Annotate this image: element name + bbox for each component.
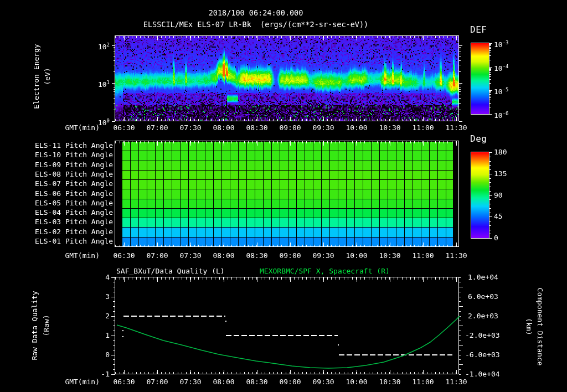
time-tick-label: 11:00: [412, 252, 434, 260]
spectrogram-ylabel-units: (eV): [44, 68, 51, 85]
quality-tick-label: 1: [105, 332, 110, 339]
time-tick-label: 08:30: [246, 252, 267, 260]
time-tick-label: 10:00: [346, 124, 367, 132]
energy-tick-label: 100: [98, 117, 110, 127]
quality-tick-label: -1: [101, 370, 110, 378]
quality-tick-label: 4: [105, 274, 110, 281]
bottom-title-right: MEXORBMC/SPF X, Spacecraft (R): [260, 267, 390, 275]
time-tick-label: 06:30: [113, 378, 135, 386]
pitch-row-label: ELS-11 Pitch Angle: [35, 142, 113, 149]
distance-tick-label: -1.0e+04: [465, 370, 500, 378]
time-tick-label: 07:00: [146, 378, 168, 386]
time-tick-label: 08:00: [213, 124, 234, 132]
pitch-row-label: ELS-01 Pitch Angle: [35, 238, 113, 245]
distance-tick-label: 6.0e+03: [468, 293, 498, 301]
pitch-row-label: ELS-10 Pitch Angle: [35, 151, 113, 159]
deg-colorbar-title: Deg: [470, 134, 487, 143]
time-tick-label: 06:30: [113, 124, 135, 132]
time-tick-label: 09:00: [279, 252, 301, 260]
deg-colorbar-tick-label: 180: [494, 148, 507, 156]
time-tick-label: 10:00: [346, 252, 367, 260]
time-tick-label: 09:30: [312, 252, 334, 260]
distance-tick-label: 2.0e+03: [468, 312, 498, 320]
pitch-row-label: ELS-09 Pitch Angle: [35, 161, 113, 169]
energy-tick-label: 101: [98, 79, 110, 89]
pitch-row-label: ELS-06 Pitch Angle: [35, 190, 113, 198]
pitch-row-label: ELS-08 Pitch Angle: [35, 171, 113, 178]
plot-title-instrument: ELSSCIL/MEx ELS-07 LR-Bk (ergs/(cm**2-sr…: [143, 20, 368, 29]
deg-colorbar-tick-label: 135: [494, 170, 507, 178]
deg-colorbar-tick-label: 90: [494, 192, 503, 199]
time-tick-label: 07:00: [146, 124, 168, 132]
gmt-axis-label: GMT(min): [65, 124, 100, 132]
pitch-row-label: ELS-02 Pitch Angle: [35, 228, 113, 236]
bottom-title-left: SAF_BXuT/Data Quality (L): [116, 267, 225, 275]
time-tick-label: 09:00: [279, 124, 301, 132]
bottom-ylabel-left-units: (Raw): [43, 314, 50, 336]
time-tick-label: 06:30: [113, 252, 135, 260]
time-tick-label: 11:00: [412, 124, 434, 132]
spectrogram-ylabel: Electron Energy: [33, 44, 40, 109]
time-tick-label: 09:30: [312, 378, 334, 386]
energy-tick-label: 102: [98, 41, 110, 51]
time-tick-label: 11:30: [445, 252, 467, 260]
plot-title-datetime: 2018/100 06:24:00.000: [209, 9, 303, 17]
def-colorbar-tick-label: 10-5: [494, 86, 509, 96]
bottom-ylabel-right: Component Distance: [536, 288, 544, 366]
time-tick-label: 07:00: [146, 252, 168, 260]
def-colorbar-tick-label: 10-6: [494, 110, 509, 120]
pitch-row-label: ELS-07 Pitch Angle: [35, 180, 113, 188]
time-tick-label: 11:30: [445, 378, 467, 386]
deg-colorbar-tick-label: 0: [494, 234, 498, 242]
pitch-row-label: ELS-04 Pitch Angle: [35, 209, 113, 216]
pitch-row-label: ELS-03 Pitch Angle: [35, 218, 113, 226]
gmt-axis-label: GMT(min): [65, 378, 100, 386]
time-tick-label: 11:30: [445, 124, 467, 132]
pitch-row-label: ELS-05 Pitch Angle: [35, 199, 113, 207]
distance-tick-label: -6.0e+03: [465, 351, 500, 359]
bottom-ylabel-left: Raw Data Quality: [31, 291, 39, 360]
time-tick-label: 11:00: [412, 378, 434, 386]
time-tick-label: 08:30: [246, 378, 267, 386]
time-tick-label: 07:30: [179, 378, 201, 386]
distance-tick-label: 1.0e+04: [468, 274, 498, 281]
time-tick-label: 08:00: [213, 378, 234, 386]
els-quicklook-plot-page: 2018/100 06:24:00.000 ELSSCIL/MEx ELS-07…: [0, 0, 567, 392]
bottom-ylabel-right-units: (km): [525, 318, 533, 335]
quality-tick-label: 2: [105, 312, 110, 320]
time-tick-label: 10:30: [379, 124, 400, 132]
time-tick-label: 10:30: [379, 378, 400, 386]
time-tick-label: 09:00: [279, 378, 301, 386]
time-tick-label: 08:30: [246, 124, 267, 132]
time-tick-label: 08:00: [213, 252, 234, 260]
time-tick-label: 07:30: [179, 252, 201, 260]
quality-tick-label: 0: [105, 351, 110, 359]
time-tick-label: 10:00: [346, 378, 367, 386]
def-colorbar-tick-label: 10-3: [494, 39, 509, 49]
distance-tick-label: -2.0e+03: [465, 332, 500, 339]
deg-colorbar-tick-label: 45: [494, 213, 503, 220]
quality-tick-label: 3: [105, 293, 110, 301]
time-tick-label: 10:30: [379, 252, 400, 260]
time-tick-label: 09:30: [312, 124, 334, 132]
def-colorbar-title: DEF: [470, 25, 487, 34]
gmt-axis-label: GMT(min): [65, 252, 100, 260]
def-colorbar-tick-label: 10-4: [494, 63, 509, 73]
time-tick-label: 07:30: [179, 124, 201, 132]
